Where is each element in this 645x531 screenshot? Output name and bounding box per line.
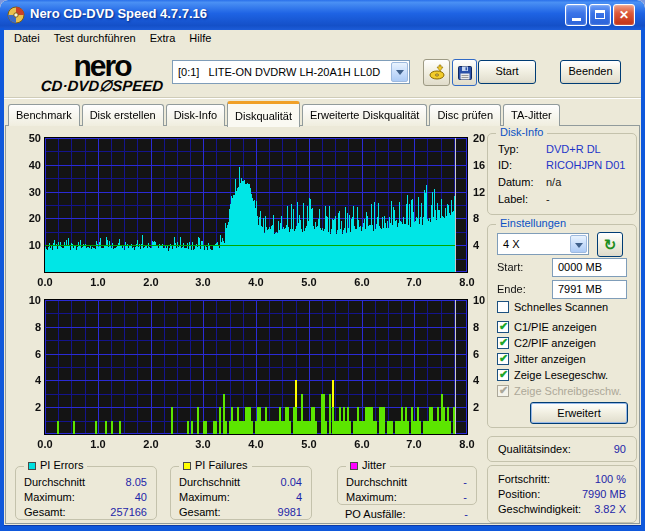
eject-disc-button[interactable] <box>423 59 450 86</box>
drive-select[interactable]: [0:1] LITE-ON DVDRW LH-20A1H LL0D <box>172 60 410 84</box>
y-axis-label-right: 10 <box>473 294 497 306</box>
x-axis-label: 4.0 <box>241 438 271 450</box>
menu-bar: DateiTest durchführenExtraHilfe <box>4 30 641 49</box>
y-axis-label-left: 50 <box>15 132 41 144</box>
window-border-bottom <box>0 525 645 531</box>
nero-logo: nero CD·DVD∅SPEED <box>22 53 182 93</box>
menu-item-extra[interactable]: Extra <box>143 30 183 49</box>
menu-item-hilfe[interactable]: Hilfe <box>182 30 218 49</box>
x-axis-label: 8.0 <box>452 438 482 450</box>
y-axis-label-left: 2 <box>15 401 41 413</box>
x-axis-label: 3.0 <box>188 276 218 288</box>
tab-diskqualitat[interactable]: Diskqualität <box>227 101 300 127</box>
app-window: Nero CD-DVD Speed 4.7.7.16 ✕ DateiTest d… <box>0 0 645 531</box>
tab-ta-jitter[interactable]: TA-Jitter <box>503 104 560 126</box>
x-axis-label: 0.0 <box>30 276 60 288</box>
x-axis-label: 3.0 <box>188 438 218 450</box>
y-axis-label-right: 12 <box>473 186 497 198</box>
window-title: Nero CD-DVD Speed 4.7.7.16 <box>30 6 207 21</box>
maximize-icon <box>595 10 605 19</box>
close-icon: ✕ <box>619 8 629 22</box>
tab-bar: BenchmarkDisk erstellenDisk-InfoDiskqual… <box>8 100 562 126</box>
maximize-button[interactable] <box>589 4 611 26</box>
x-axis-label: 8.0 <box>452 276 482 288</box>
y-axis-label-left: 40 <box>15 159 41 171</box>
y-axis-label-left: 4 <box>15 374 41 386</box>
x-axis-label: 5.0 <box>294 438 324 450</box>
menu-item-datei[interactable]: Datei <box>7 30 47 49</box>
x-axis-label: 7.0 <box>399 438 429 450</box>
y-axis-label-left: 30 <box>15 186 41 198</box>
x-axis-label: 5.0 <box>294 276 324 288</box>
x-axis-label: 6.0 <box>347 276 377 288</box>
y-axis-label-left: 6 <box>15 348 41 360</box>
window-border-left <box>0 28 4 531</box>
minimize-button[interactable] <box>565 4 587 26</box>
menu-item-test-durchfuhren[interactable]: Test durchführen <box>47 30 143 49</box>
minimize-icon <box>572 18 581 21</box>
tab-disk-info[interactable]: Disk-Info <box>166 104 225 126</box>
x-axis-label: 2.0 <box>136 276 166 288</box>
app-icon <box>7 6 25 24</box>
save-floppy-icon <box>457 65 473 81</box>
tab-disk-erstellen[interactable]: Disk erstellen <box>82 104 164 126</box>
y-axis-label-right: 16 <box>473 159 497 171</box>
title-bar[interactable]: Nero CD-DVD Speed 4.7.7.16 ✕ <box>0 0 645 30</box>
y-axis-label-left: 10 <box>15 239 41 251</box>
y-axis-label-right: 8 <box>473 321 497 333</box>
x-axis-label: 6.0 <box>347 438 377 450</box>
tab-page-diskqualitaet <box>5 125 640 524</box>
x-axis-label: 4.0 <box>241 276 271 288</box>
y-axis-label-right: 20 <box>473 132 497 144</box>
tab-erweiterte-diskqualitat[interactable]: Erweiterte Diskqualität <box>302 104 427 126</box>
tab-benchmark[interactable]: Benchmark <box>8 104 80 126</box>
x-axis-label: 0.0 <box>30 438 60 450</box>
x-axis-label: 1.0 <box>83 276 113 288</box>
tab-disc-prufen[interactable]: Disc prüfen <box>429 104 501 126</box>
drive-select-value: [0:1] LITE-ON DVDRW LH-20A1H LL0D <box>178 66 380 78</box>
y-axis-label-right: 2 <box>473 401 497 413</box>
y-axis-label-left: 20 <box>15 212 41 224</box>
close-button[interactable]: ✕ <box>613 4 635 26</box>
start-button[interactable]: Start <box>478 60 536 84</box>
x-axis-label: 1.0 <box>83 438 113 450</box>
toolbar-separator <box>4 97 641 99</box>
y-axis-label-left: 8 <box>15 321 41 333</box>
cdspeed-logo-text: CD·DVD∅SPEED <box>22 79 183 93</box>
y-axis-label-right: 4 <box>473 374 497 386</box>
chevron-down-icon <box>396 70 404 75</box>
nero-logo-text: nero <box>22 53 182 79</box>
y-axis-label-right: 6 <box>473 348 497 360</box>
x-axis-label: 2.0 <box>136 438 166 450</box>
save-results-button[interactable] <box>452 59 477 86</box>
drive-select-dropdown-button[interactable] <box>391 62 408 82</box>
y-axis-label-right: 4 <box>473 239 497 251</box>
y-axis-label-right: 8 <box>473 212 497 224</box>
x-axis-label: 7.0 <box>399 276 429 288</box>
quit-button[interactable]: Beenden <box>560 60 621 84</box>
eject-disc-icon <box>428 64 446 82</box>
window-border-right <box>641 28 645 531</box>
y-axis-label-left: 10 <box>15 294 41 306</box>
end-field-label: Ende: <box>497 283 526 295</box>
start-field-label: Start: <box>497 261 523 273</box>
